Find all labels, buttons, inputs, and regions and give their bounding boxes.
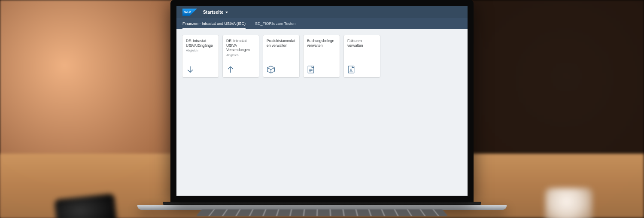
document-list-icon xyxy=(307,64,336,74)
shell-title[interactable]: Startseite xyxy=(203,10,228,15)
cube-icon xyxy=(267,64,296,74)
tile-buchungsbelege[interactable]: Buchungsbelege verwalten xyxy=(304,35,340,77)
sap-logo[interactable]: SAP xyxy=(182,9,197,16)
tile-intrastat-versendungen[interactable]: DE: Intrastat UStVA Versendungen Abgleic… xyxy=(223,35,259,77)
app-screen: SAP Startseite Finanzen - Intrastat und … xyxy=(176,6,468,196)
tab-label: Finanzen - Intrastat und UStVA (ISC) xyxy=(182,21,246,26)
tile-produktstammdaten[interactable]: Produktstammdaten verwalten xyxy=(263,35,299,77)
tile-title: Buchungsbelege verwalten xyxy=(307,39,336,48)
tile-container: DE: Intrastat UStVA Eingänge Abgleich DE… xyxy=(176,29,468,83)
tile-title: DE: Intrastat UStVA Versendungen xyxy=(226,39,255,52)
invoice-icon: $ xyxy=(347,64,377,74)
tab-finanzen-intrastat[interactable]: Finanzen - Intrastat und UStVA (ISC) xyxy=(182,18,246,29)
svg-text:SAP: SAP xyxy=(184,10,191,14)
tile-title: Fakturen verwalten xyxy=(347,39,377,48)
laptop-frame: SAP Startseite Finanzen - Intrastat und … xyxy=(170,0,474,218)
mug-prop xyxy=(545,188,592,218)
shellbar: SAP Startseite xyxy=(176,6,468,18)
arrow-up-icon xyxy=(226,64,255,74)
tile-title: Produktstammdaten verwalten xyxy=(267,39,296,48)
tile-subtitle: Abgleich xyxy=(186,48,215,52)
svg-text:$: $ xyxy=(350,68,352,71)
laptop-hinge xyxy=(163,202,481,205)
anchor-tab-bar: Finanzen - Intrastat und UStVA (ISC) SD_… xyxy=(176,18,468,29)
tile-subtitle: Abgleich xyxy=(226,53,255,57)
laptop-keyboard xyxy=(196,209,448,216)
tile-intrastat-eingaenge[interactable]: DE: Intrastat UStVA Eingänge Abgleich xyxy=(182,35,219,77)
chevron-down-icon xyxy=(225,12,228,13)
tab-label: SD_FIORIs zum Testen xyxy=(255,21,295,26)
laptop-bezel: SAP Startseite Finanzen - Intrastat und … xyxy=(170,0,474,202)
tile-title: DE: Intrastat UStVA Eingänge xyxy=(186,39,215,48)
shell-title-label: Startseite xyxy=(203,10,224,15)
arrow-down-icon xyxy=(186,64,215,74)
tab-sd-fioris[interactable]: SD_FIORIs zum Testen xyxy=(255,18,295,29)
tile-fakturen[interactable]: Fakturen verwalten $ xyxy=(344,35,380,77)
